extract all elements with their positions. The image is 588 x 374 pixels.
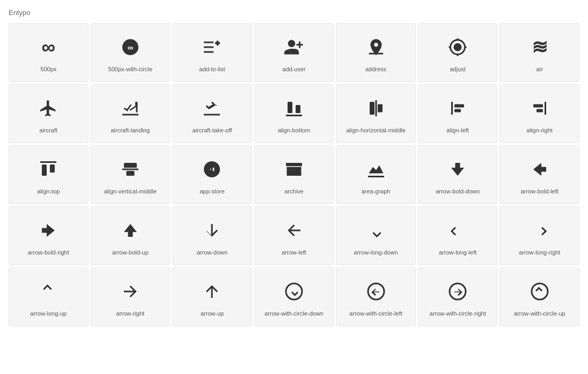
arrow-right-label: arrow-right [116, 310, 145, 317]
svg-rect-26 [42, 164, 47, 176]
icon-cell-arrow-bold-right[interactable]: arrow-bold-right [9, 206, 89, 265]
arrow-long-left-label: arrow-long-left [439, 249, 476, 256]
icon-cell-align-left[interactable]: align-left [418, 84, 498, 143]
arrow-up-label: arrow-up [201, 310, 224, 317]
svg-rect-31 [122, 168, 138, 170]
icon-cell-500px[interactable]: ∞500px [9, 23, 89, 82]
svg-rect-22 [454, 109, 461, 112]
icon-cell-arrow-with-circle-up[interactable]: arrow-with-circle-up [499, 267, 579, 326]
align-vertical-middle-label: align-vertical-middle [104, 188, 157, 195]
page-title: Entypo [9, 9, 579, 17]
align-right-icon [530, 95, 549, 121]
icon-cell-arrow-bold-down[interactable]: arrow-bold-down [418, 145, 498, 204]
area-graph-label: area-graph [362, 188, 391, 195]
area-graph-icon [366, 156, 386, 182]
icon-cell-arrow-left[interactable]: arrow-left [254, 206, 334, 265]
500px-with-circle-icon: ∞ [121, 34, 140, 60]
icon-cell-aircraft-take-off[interactable]: aircraft-take-off [172, 84, 252, 143]
icon-cell-align-bottom[interactable]: align-bottom [254, 84, 334, 143]
icon-cell-align-right[interactable]: align-right [499, 84, 579, 143]
icon-cell-arrow-with-circle-right[interactable]: arrow-with-circle-right [418, 267, 498, 326]
aircraft-icon [39, 95, 58, 121]
svg-rect-29 [124, 163, 137, 168]
aircraft-landing-label: aircraft-landing [111, 126, 150, 134]
svg-rect-16 [286, 115, 302, 116]
arrow-with-circle-left-label: arrow-with-circle-left [349, 310, 402, 317]
arrow-bold-up-label: arrow-bold-up [112, 249, 149, 256]
svg-rect-15 [296, 105, 300, 113]
icon-cell-arrow-long-left[interactable]: arrow-long-left [418, 206, 498, 265]
svg-point-9 [454, 43, 462, 51]
arrow-right-icon [121, 279, 140, 304]
svg-rect-27 [50, 164, 55, 173]
air-label: air [536, 65, 543, 73]
arrow-with-circle-up-icon [530, 279, 549, 304]
arrow-left-icon [284, 218, 304, 243]
app-store-icon [202, 156, 222, 182]
icon-cell-arrow-with-circle-left[interactable]: arrow-with-circle-left [336, 267, 416, 326]
arrow-bold-down-label: arrow-bold-down [436, 188, 480, 195]
icon-cell-arrow-long-down[interactable]: arrow-long-down [336, 206, 416, 265]
archive-icon [284, 156, 304, 182]
icon-cell-add-to-list[interactable]: add-to-list [172, 23, 252, 82]
icon-cell-arrow-bold-up[interactable]: arrow-bold-up [91, 206, 171, 265]
icon-cell-aircraft-landing[interactable]: aircraft-landing [91, 84, 171, 143]
arrow-with-circle-left-icon [366, 279, 386, 304]
icon-cell-archive[interactable]: archive [254, 145, 334, 204]
svg-rect-25 [536, 109, 543, 112]
arrow-long-up-icon [39, 279, 58, 304]
icon-cell-arrow-with-circle-down[interactable]: arrow-with-circle-down [254, 267, 334, 326]
500px-label: 500px [40, 65, 56, 73]
svg-rect-28 [40, 161, 56, 163]
icon-cell-500px-with-circle[interactable]: ∞500px-with-circle [91, 23, 171, 82]
icon-cell-adjust[interactable]: adjust [418, 23, 498, 82]
icon-cell-align-horizontal-middle[interactable]: align-horizontal-middle [336, 84, 416, 143]
arrow-long-down-icon [366, 218, 386, 243]
arrow-bold-down-icon [448, 156, 467, 182]
aircraft-label: aircraft [39, 126, 57, 134]
adjust-label: adjust [450, 65, 465, 73]
arrow-long-up-label: arrow-long-up [30, 310, 67, 317]
arrow-bold-up-icon [121, 218, 140, 243]
arrow-long-left-icon [448, 218, 467, 243]
arrow-with-circle-down-label: arrow-with-circle-down [264, 310, 324, 317]
arrow-bold-left-label: arrow-bold-left [521, 188, 558, 195]
icon-cell-arrow-bold-left[interactable]: arrow-bold-left [499, 145, 579, 204]
arrow-with-circle-right-label: arrow-with-circle-right [430, 310, 486, 317]
arrow-bold-left-icon [530, 156, 549, 182]
arrow-bold-right-label: arrow-bold-right [28, 249, 69, 256]
arrow-with-circle-down-icon [284, 279, 304, 304]
align-top-icon [39, 156, 58, 182]
arrow-down-label: arrow-down [197, 249, 227, 256]
arrow-bold-right-icon [39, 218, 58, 243]
align-top-label: align-top [37, 188, 60, 195]
icon-cell-aircraft[interactable]: aircraft [9, 84, 89, 143]
icon-cell-align-vertical-middle[interactable]: align-vertical-middle [91, 145, 171, 204]
svg-rect-21 [454, 104, 464, 107]
add-to-list-label: add-to-list [199, 65, 225, 73]
icon-cell-add-user[interactable]: add-user [254, 23, 334, 82]
icon-cell-app-store[interactable]: app-store [172, 145, 252, 204]
app-store-label: app-store [200, 188, 224, 195]
icon-cell-air[interactable]: ≋air [499, 23, 579, 82]
icon-cell-arrow-long-right[interactable]: arrow-long-right [499, 206, 579, 265]
icon-cell-area-graph[interactable]: area-graph [336, 145, 416, 204]
icon-cell-arrow-right[interactable]: arrow-right [91, 267, 171, 326]
align-horizontal-middle-label: align-horizontal-middle [346, 126, 406, 134]
icon-cell-align-top[interactable]: align-top [9, 145, 89, 204]
align-left-label: align-left [446, 126, 469, 134]
icon-cell-arrow-long-up[interactable]: arrow-long-up [9, 267, 89, 326]
archive-label: archive [284, 188, 303, 195]
arrow-long-down-label: arrow-long-down [354, 249, 398, 256]
add-to-list-icon [202, 34, 222, 60]
svg-rect-4 [204, 51, 214, 53]
svg-rect-2 [204, 41, 214, 43]
arrow-with-circle-right-icon [448, 279, 467, 304]
icon-cell-arrow-down[interactable]: arrow-down [172, 206, 252, 265]
svg-rect-30 [126, 171, 134, 176]
icon-cell-address[interactable]: address [336, 23, 416, 82]
align-right-label: align-right [527, 126, 553, 134]
icon-cell-arrow-up[interactable]: arrow-up [172, 267, 252, 326]
svg-rect-24 [533, 104, 543, 107]
align-left-icon [448, 95, 467, 121]
